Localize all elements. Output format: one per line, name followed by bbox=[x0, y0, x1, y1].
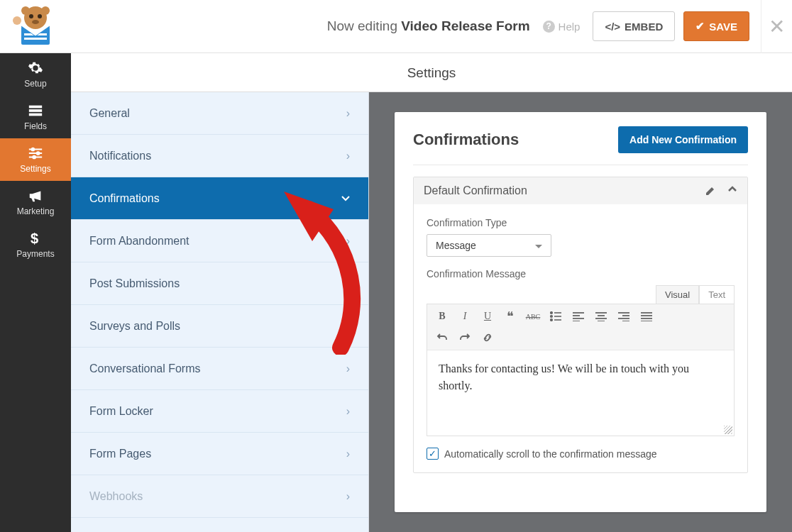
align-right-icon[interactable] bbox=[613, 307, 634, 326]
align-center-icon[interactable] bbox=[590, 307, 612, 326]
submenu-label: Form Locker bbox=[89, 405, 153, 418]
submenu-item-conversational-forms[interactable]: Conversational Forms› bbox=[71, 348, 368, 390]
confirmation-type-label: Confirmation Type bbox=[427, 217, 735, 228]
confirmation-block-header[interactable]: Default Confirmation bbox=[414, 177, 747, 204]
underline-icon[interactable]: U bbox=[477, 307, 498, 326]
svg-point-14 bbox=[32, 148, 35, 151]
save-label: SAVE bbox=[709, 21, 737, 33]
submenu-item-surveys-polls[interactable]: Surveys and Polls› bbox=[71, 305, 368, 348]
svg-rect-2 bbox=[24, 38, 47, 40]
logo bbox=[0, 0, 71, 52]
link-icon[interactable] bbox=[477, 328, 498, 347]
gear-icon bbox=[28, 60, 43, 76]
sidebar-item-settings[interactable]: Settings bbox=[0, 138, 71, 181]
editor-content: Thanks for contacting us! We will be in … bbox=[439, 362, 689, 392]
tab-text[interactable]: Text bbox=[699, 285, 735, 304]
submenu-label: Webhooks bbox=[89, 490, 143, 503]
sidebar-label: Payments bbox=[16, 249, 54, 259]
submenu-item-general[interactable]: General› bbox=[71, 92, 368, 135]
help-label: Help bbox=[559, 21, 581, 33]
chevron-right-icon: › bbox=[346, 320, 350, 333]
chevron-right-icon: › bbox=[346, 405, 350, 418]
confirmation-message-label: Confirmation Message bbox=[427, 268, 735, 279]
redo-icon[interactable] bbox=[454, 328, 475, 347]
undo-icon[interactable] bbox=[431, 328, 453, 347]
code-icon: </> bbox=[605, 21, 620, 33]
help-link[interactable]: ? Help bbox=[543, 21, 581, 33]
sidebar-label: Setup bbox=[24, 79, 46, 89]
edit-icon[interactable] bbox=[705, 185, 716, 196]
form-title: Now editing Video Release Form bbox=[71, 18, 537, 34]
confirmation-message-editor[interactable]: Thanks for contacting us! We will be in … bbox=[427, 350, 734, 436]
submenu-label: Form Abandonment bbox=[89, 235, 189, 248]
top-bar: Now editing Video Release Form ? Help </… bbox=[0, 0, 792, 53]
editing-prefix: Now editing bbox=[327, 18, 402, 33]
submenu-item-webhooks[interactable]: Webhooks› bbox=[71, 475, 368, 518]
tab-visual[interactable]: Visual bbox=[656, 285, 699, 304]
svg-point-23 bbox=[551, 316, 553, 318]
resize-grip[interactable] bbox=[724, 426, 732, 434]
sidebar-label: Marketing bbox=[17, 206, 55, 216]
align-justify-icon[interactable] bbox=[636, 307, 657, 326]
autoscroll-label: Automatically scroll to the confirmation… bbox=[444, 448, 657, 460]
autoscroll-checkbox-row[interactable]: ✓ Automatically scroll to the confirmati… bbox=[427, 448, 735, 460]
italic-icon[interactable]: I bbox=[454, 307, 475, 326]
svg-rect-11 bbox=[29, 109, 42, 112]
main-sidebar: Setup Fields Settings Marketing $ Paymen… bbox=[0, 53, 71, 532]
svg-point-5 bbox=[38, 14, 42, 18]
svg-point-6 bbox=[32, 20, 39, 24]
svg-text:$: $ bbox=[31, 231, 38, 246]
confirmation-block-title: Default Confirmation bbox=[424, 184, 527, 197]
sliders-icon bbox=[28, 145, 43, 161]
svg-point-21 bbox=[551, 312, 553, 314]
bold-icon[interactable]: B bbox=[431, 307, 453, 326]
submenu-item-confirmations[interactable]: Confirmations bbox=[71, 177, 368, 220]
chevron-right-icon: › bbox=[346, 150, 350, 162]
svg-point-8 bbox=[41, 6, 50, 15]
check-icon: ✔ bbox=[695, 20, 705, 33]
form-name: Video Release Form bbox=[401, 18, 529, 33]
submenu-label: Form Pages bbox=[89, 448, 151, 460]
save-button[interactable]: ✔ SAVE bbox=[683, 11, 749, 41]
submenu-label: General bbox=[89, 107, 130, 120]
editor-toolbar: B I U ❝ ABC bbox=[427, 304, 734, 350]
submenu-label: Post Submissions bbox=[89, 277, 180, 290]
page-title: Settings bbox=[71, 53, 792, 92]
bullhorn-icon bbox=[28, 188, 43, 204]
align-left-icon[interactable] bbox=[568, 307, 589, 326]
select-value: Message bbox=[436, 240, 476, 251]
submenu-item-notifications[interactable]: Notifications› bbox=[71, 135, 368, 177]
sidebar-label: Fields bbox=[24, 121, 47, 131]
settings-submenu: General› Notifications› Confirmations Fo… bbox=[71, 92, 369, 532]
submenu-item-form-abandonment[interactable]: Form Abandonment› bbox=[71, 220, 368, 262]
chevron-up-icon[interactable] bbox=[727, 185, 737, 196]
sidebar-item-payments[interactable]: $ Payments bbox=[0, 223, 71, 266]
svg-rect-10 bbox=[29, 106, 42, 109]
svg-point-25 bbox=[551, 319, 553, 321]
dollar-icon: $ bbox=[28, 231, 43, 246]
panel-title: Confirmations bbox=[413, 131, 519, 149]
chevron-right-icon: › bbox=[346, 107, 350, 120]
add-new-confirmation-button[interactable]: Add New Confirmation bbox=[618, 126, 748, 153]
sidebar-item-fields[interactable]: Fields bbox=[0, 96, 71, 138]
svg-point-7 bbox=[21, 6, 30, 15]
submenu-item-form-pages[interactable]: Form Pages› bbox=[71, 433, 368, 475]
close-button[interactable]: ✕ bbox=[761, 0, 792, 53]
chevron-right-icon: › bbox=[346, 448, 350, 460]
default-confirmation-block: Default Confirmation Confirmation Type M… bbox=[413, 177, 748, 473]
quote-icon[interactable]: ❝ bbox=[500, 307, 521, 326]
svg-rect-12 bbox=[29, 113, 42, 116]
submenu-label: Confirmations bbox=[89, 192, 160, 205]
submenu-item-post-submissions[interactable]: Post Submissions› bbox=[71, 262, 368, 305]
bullet-list-icon[interactable] bbox=[545, 307, 566, 326]
chevron-right-icon: › bbox=[346, 235, 350, 248]
submenu-label: Surveys and Polls bbox=[89, 320, 180, 333]
embed-button[interactable]: </> EMBED bbox=[593, 11, 675, 41]
editor-tabs: Visual Text bbox=[427, 285, 735, 304]
confirmation-type-select[interactable]: Message bbox=[427, 234, 551, 257]
sidebar-item-setup[interactable]: Setup bbox=[0, 53, 71, 96]
strikethrough-icon[interactable]: ABC bbox=[522, 307, 544, 326]
sidebar-item-marketing[interactable]: Marketing bbox=[0, 181, 71, 223]
submenu-item-form-locker[interactable]: Form Locker› bbox=[71, 390, 368, 433]
embed-label: EMBED bbox=[625, 21, 663, 33]
